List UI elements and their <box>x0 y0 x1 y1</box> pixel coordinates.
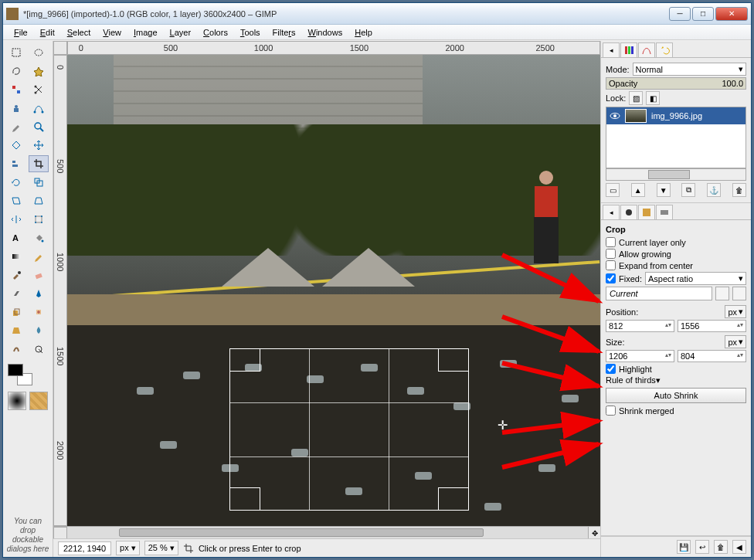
maximize-button[interactable]: □ <box>692 7 714 21</box>
ruler-horizontal[interactable]: 0 500 1000 1500 2000 2500 <box>67 41 600 55</box>
dodge-tool[interactable] <box>29 341 49 358</box>
flip-tool[interactable] <box>6 211 26 228</box>
menu-view[interactable]: View <box>98 26 126 39</box>
eye-icon[interactable] <box>610 110 620 121</box>
current-layer-only-check[interactable]: Current layer only <box>606 237 746 247</box>
close-button[interactable]: ✕ <box>715 7 748 21</box>
landscape-btn[interactable] <box>732 287 746 300</box>
rect-select-tool[interactable] <box>6 44 26 61</box>
size-h-input[interactable]: 804▴▾ <box>678 350 746 362</box>
text-tool[interactable]: A <box>6 229 26 246</box>
rotate-tool[interactable] <box>6 174 26 191</box>
cage-tool[interactable] <box>29 211 49 228</box>
new-layer-btn[interactable]: ▭ <box>606 183 620 197</box>
ruler-corner[interactable] <box>53 41 67 55</box>
menu-filters[interactable]: Filters <box>268 26 301 39</box>
fg-color[interactable] <box>8 364 23 376</box>
blend-tool[interactable] <box>6 248 26 265</box>
h-scrollbar[interactable]: ✥ <box>53 526 600 538</box>
minimize-button[interactable]: ─ <box>669 7 691 21</box>
ink-tool[interactable] <box>29 285 49 302</box>
menu-colors[interactable]: Colors <box>199 26 233 39</box>
heal-tool[interactable] <box>29 304 49 321</box>
paths-tool[interactable] <box>29 100 49 117</box>
smudge-tool[interactable] <box>6 341 26 358</box>
measure-tool[interactable] <box>6 137 26 154</box>
layer-name[interactable]: img_9966.jpg <box>651 111 702 120</box>
menu-file[interactable]: File <box>9 26 32 39</box>
crop-handle-tl[interactable] <box>229 348 260 372</box>
position-unit[interactable]: px▾ <box>725 305 746 318</box>
crop-rectangle[interactable] <box>229 348 469 511</box>
portrait-btn[interactable] <box>715 287 729 300</box>
dup-layer-btn[interactable]: ⧉ <box>681 183 695 197</box>
crop-handle-bl[interactable] <box>229 487 260 511</box>
layer-row[interactable]: img_9966.jpg <box>606 107 746 124</box>
ruler-vertical[interactable]: 0 500 1000 1500 2000 <box>53 55 67 526</box>
pattern-preview[interactable] <box>29 392 48 410</box>
crop-tool[interactable] <box>29 155 49 172</box>
layers-tab[interactable] <box>603 42 620 58</box>
allow-growing-check[interactable]: Allow growing <box>606 249 746 259</box>
fixed-check[interactable]: Fixed: <box>606 273 642 283</box>
color-swatches[interactable] <box>3 361 53 389</box>
mode-select[interactable]: Normal▾ <box>633 63 746 76</box>
patterns-tab[interactable] <box>638 205 655 220</box>
scissors-tool[interactable] <box>29 81 49 98</box>
unit-select[interactable]: px ▾ <box>116 541 140 555</box>
opacity-slider[interactable]: Opacity 100.0 <box>606 77 746 90</box>
image-viewport[interactable]: ✛ <box>67 55 600 526</box>
auto-shrink-button[interactable]: Auto Shrink <box>606 388 746 403</box>
align-tool[interactable] <box>6 155 26 172</box>
highlight-check[interactable]: Highlight <box>606 364 746 374</box>
scale-tool[interactable] <box>29 174 49 191</box>
menu-tools[interactable]: Tools <box>236 26 265 39</box>
expand-center-check[interactable]: Expand from center <box>606 260 746 270</box>
save-options-btn[interactable]: 💾 <box>677 540 691 554</box>
crop-handle-tr[interactable] <box>438 348 469 372</box>
size-unit[interactable]: px▾ <box>725 335 746 348</box>
crop-handle-br[interactable] <box>438 487 469 511</box>
lock-alpha[interactable]: ◧ <box>646 91 660 105</box>
by-color-select-tool[interactable] <box>6 81 26 98</box>
lock-pixels[interactable]: ▨ <box>629 91 643 105</box>
position-y-input[interactable]: 1556▴▾ <box>678 320 746 332</box>
zoom-tool[interactable] <box>29 118 49 135</box>
airbrush-tool[interactable] <box>6 285 26 302</box>
layer-hscroll[interactable] <box>606 168 746 181</box>
fuzzy-select-tool[interactable] <box>29 63 49 80</box>
zoom-select[interactable]: 25 % ▾ <box>144 541 178 555</box>
tool-options-tab[interactable] <box>603 205 620 220</box>
foreground-select-tool[interactable] <box>6 100 26 117</box>
perspective-clone-tool[interactable] <box>6 322 26 339</box>
shrink-merged-check[interactable]: Shrink merged <box>606 406 746 416</box>
anchor-layer-btn[interactable]: ⚓ <box>707 183 721 197</box>
delete-options-btn[interactable]: 🗑 <box>714 540 728 554</box>
guides-select[interactable]: Rule of thirds▾ <box>606 375 746 385</box>
raise-layer-btn[interactable]: ▲ <box>631 183 645 197</box>
perspective-tool[interactable] <box>29 192 49 209</box>
lower-layer-btn[interactable]: ▼ <box>657 183 671 197</box>
free-select-tool[interactable] <box>6 63 26 80</box>
brush-preview[interactable] <box>8 392 26 410</box>
size-w-input[interactable]: 1206▴▾ <box>606 350 674 362</box>
clone-tool[interactable] <box>6 304 26 321</box>
eraser-tool[interactable] <box>29 266 49 283</box>
layer-list[interactable]: img_9966.jpg <box>606 107 746 168</box>
delete-layer-btn[interactable]: 🗑 <box>732 183 746 197</box>
fixed-mode-select[interactable]: Aspect ratio▾ <box>645 272 746 285</box>
nav-icon[interactable]: ✥ <box>588 527 600 539</box>
reset-options-btn[interactable]: ◀ <box>732 540 746 554</box>
paths-tab[interactable] <box>638 42 655 58</box>
menu-help[interactable]: Help <box>350 26 377 39</box>
position-x-input[interactable]: 812▴▾ <box>606 320 674 332</box>
fixed-value-input[interactable]: Current <box>606 287 712 300</box>
brushes-tab[interactable] <box>620 205 637 220</box>
move-tool[interactable] <box>29 137 49 154</box>
shear-tool[interactable] <box>6 192 26 209</box>
blur-tool[interactable] <box>29 322 49 339</box>
undo-tab[interactable] <box>656 42 673 58</box>
menu-windows[interactable]: Windows <box>304 26 348 39</box>
menu-layer[interactable]: Layer <box>165 26 196 39</box>
color-picker-tool[interactable] <box>6 118 26 135</box>
